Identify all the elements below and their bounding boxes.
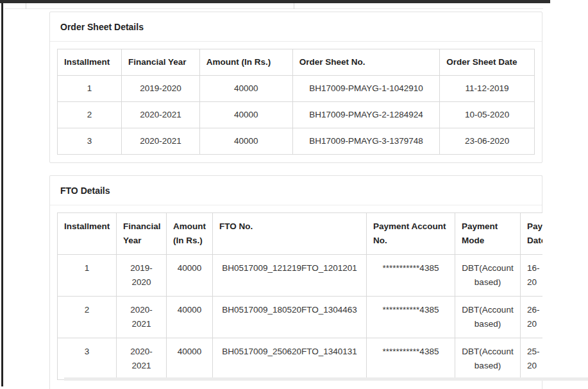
cell-line: 20 [527, 275, 542, 290]
table-cell: 2020-2021 [117, 338, 167, 380]
cell-line: 16- [527, 261, 542, 275]
table-cell: ***********4385 [367, 297, 455, 338]
cell-line: ***********4385 [373, 345, 448, 359]
page-top-divider [4, 8, 543, 9]
table-cell: DBT(Accountbased) [455, 338, 521, 380]
cell-line: Payment [462, 220, 514, 234]
cell-line: BH0517009_121219FTO_1201201 [219, 261, 360, 275]
table-cell: 10-05-2020 [440, 102, 535, 128]
cell-line: 2021 [123, 317, 160, 331]
cell-line: Date [527, 234, 542, 248]
window-top-edge [0, 0, 550, 3]
cell-line: FTO No. [219, 220, 360, 234]
horizontal-scrollbar[interactable] [64, 377, 588, 381]
cell-line: based) [462, 275, 514, 290]
column-header: Amount (In Rs.) [199, 49, 292, 76]
fto-table-clip-viewport[interactable]: InstallmentFinancialYearAmount(In Rs.)FT… [57, 212, 542, 380]
table-cell: 23-06-2020 [440, 128, 535, 155]
table-cell: 40000 [167, 338, 213, 380]
table-row: 32020-202140000BH17009-PMAYG-3-137974823… [58, 128, 535, 155]
table-cell: 2020-2021 [121, 102, 199, 128]
cell-line: 2 [64, 303, 110, 317]
table-cell: BH17009-PMAYG-2-1284924 [292, 102, 440, 128]
cell-line: 40000 [173, 261, 206, 275]
cell-line: DBT(Account [462, 261, 514, 275]
table-cell: 26-20 [521, 297, 543, 338]
cell-line: Payment Account [373, 220, 448, 234]
window-left-edge [1, 3, 3, 386]
table-cell: 2020-2021 [117, 297, 167, 338]
table-cell: 40000 [167, 255, 213, 297]
table-cell: 16-20 [521, 255, 543, 297]
cell-line: (In Rs.) [173, 234, 206, 248]
column-header: Installment [58, 49, 122, 76]
fto-details-body: InstallmentFinancialYearAmount(In Rs.)FT… [50, 205, 542, 388]
table-cell: 40000 [167, 297, 213, 338]
table-cell: 1 [58, 76, 122, 102]
cell-line: Payment [527, 220, 542, 234]
cell-line: Mode [462, 234, 514, 248]
column-header: Amount(In Rs.) [167, 213, 213, 255]
fto-details-card: FTO Details InstallmentFinancialYearAmou… [49, 175, 542, 389]
table-row: 12019-202040000BH17009-PMAYG-1-104291011… [58, 76, 535, 102]
cell-line: 2020- [123, 345, 160, 359]
table-cell: 2 [58, 102, 122, 128]
cell-line: No. [373, 234, 448, 248]
table-cell: 2 [58, 297, 117, 338]
table-row: 22020-202140000BH17009-PMAYG-2-128492410… [58, 102, 535, 128]
cell-line: 40000 [173, 303, 206, 317]
table-cell: BH17009-PMAYG-3-1379748 [292, 128, 440, 155]
top-edge-tick [26, 3, 26, 9]
column-header: FinancialYear [117, 213, 167, 255]
table-cell: BH0517009_180520FTO_1304463 [213, 297, 367, 338]
cell-line: 3 [64, 345, 110, 359]
cell-line: 25- [527, 345, 542, 359]
cell-line: 1 [64, 261, 110, 275]
cell-line: 2021 [123, 359, 160, 373]
table-cell: 40000 [199, 128, 292, 155]
cell-line: 20 [527, 317, 542, 331]
cell-line: 20 [527, 359, 542, 373]
table-row: 22020-202140000BH0517009_180520FTO_13044… [58, 297, 543, 338]
column-header: Installment [58, 213, 117, 255]
column-header: PaymentDate [521, 213, 543, 255]
cell-line: DBT(Account [462, 345, 514, 359]
table-cell: DBT(Accountbased) [455, 297, 521, 338]
cell-line: BH0517009_250620FTO_1340131 [219, 345, 360, 359]
column-header: PaymentMode [455, 213, 521, 255]
table-cell: 2020-2021 [121, 128, 199, 155]
order-sheet-details-body: InstallmentFinancial YearAmount (In Rs.)… [50, 42, 542, 162]
column-header: Payment AccountNo. [367, 213, 455, 255]
fto-details-title: FTO Details [50, 176, 542, 205]
table-cell: BH17009-PMAYG-1-1042910 [292, 76, 440, 102]
cell-line: 26- [527, 303, 542, 317]
table-cell: 25-20 [521, 338, 543, 380]
column-header: Order Sheet No. [292, 49, 440, 76]
table-cell: BH0517009_250620FTO_1340131 [213, 338, 367, 380]
order-sheet-details-title: Order Sheet Details [50, 12, 542, 42]
cell-line: ***********4385 [373, 303, 448, 317]
cell-line: ***********4385 [373, 261, 448, 275]
table-row: 12019-202040000BH0517009_121219FTO_12012… [58, 255, 543, 297]
table-row: 32020-202140000BH0517009_250620FTO_13401… [58, 338, 543, 380]
top-edge-tick [294, 3, 294, 9]
table-cell: 11-12-2019 [440, 76, 535, 102]
cell-line: Amount [173, 220, 206, 234]
cell-line: Installment [64, 220, 110, 234]
order-sheet-details-card: Order Sheet Details InstallmentFinancial… [49, 12, 542, 163]
column-header: Financial Year [121, 49, 199, 76]
cell-line: 2019- [123, 261, 160, 275]
table-cell: ***********4385 [367, 255, 455, 297]
order-sheet-table: InstallmentFinancial YearAmount (In Rs.)… [57, 49, 535, 155]
header-row: InstallmentFinancialYearAmount(In Rs.)FT… [58, 213, 543, 255]
table-cell: ***********4385 [367, 338, 455, 380]
table-cell: DBT(Accountbased) [455, 255, 521, 297]
table-cell: BH0517009_121219FTO_1201201 [213, 255, 367, 297]
cell-line: 2020- [123, 303, 160, 317]
cell-line: based) [462, 317, 514, 331]
header-row: InstallmentFinancial YearAmount (In Rs.)… [58, 49, 535, 76]
cell-line: based) [462, 359, 514, 373]
cell-line: Year [123, 234, 160, 248]
cell-line: BH0517009_180520FTO_1304463 [219, 303, 360, 317]
table-cell: 3 [58, 128, 122, 155]
